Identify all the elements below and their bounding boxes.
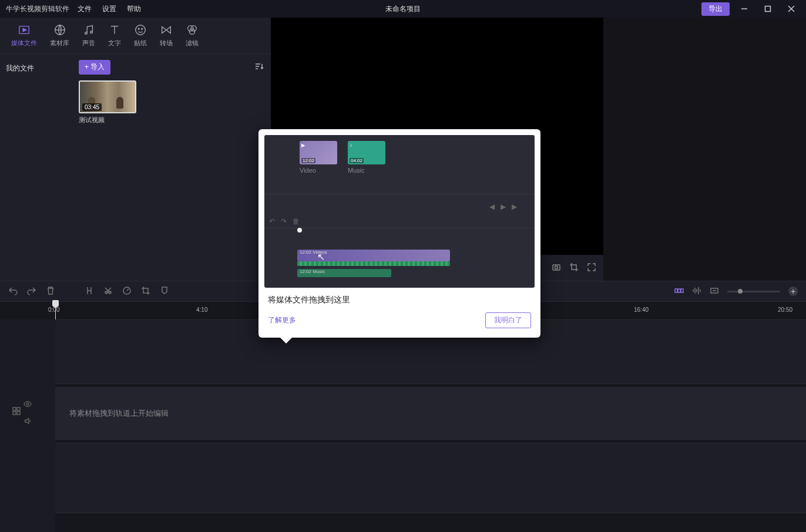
svg-rect-26 bbox=[675, 289, 677, 292]
crop-clip-button[interactable] bbox=[103, 286, 113, 297]
tab-text-label: 文字 bbox=[108, 39, 121, 48]
zoom-handle[interactable] bbox=[738, 289, 743, 294]
waveform-view-button[interactable] bbox=[692, 286, 701, 297]
mute-toggle[interactable] bbox=[23, 417, 32, 427]
crop-button[interactable] bbox=[569, 262, 579, 274]
clip-duration: 03:45 bbox=[82, 103, 102, 111]
filter-icon bbox=[186, 23, 199, 36]
demo-video-duration: 12:02 bbox=[301, 158, 315, 163]
svg-point-13 bbox=[138, 28, 139, 29]
project-title: 未命名项目 bbox=[385, 4, 421, 14]
tab-sticker-label: 贴纸 bbox=[134, 39, 147, 48]
svg-rect-27 bbox=[678, 289, 680, 292]
demo-music-duration: 04:02 bbox=[350, 158, 364, 163]
fullscreen-button[interactable] bbox=[587, 262, 596, 274]
demo-video-label: Video bbox=[300, 167, 337, 174]
globe-icon bbox=[53, 23, 66, 36]
svg-point-16 bbox=[191, 26, 196, 31]
titlebar-left: 牛学长视频剪辑软件 文件 设置 帮助 bbox=[6, 4, 141, 14]
snapshot-button[interactable] bbox=[552, 262, 561, 274]
demo-video-thumb: ▶12:02 Video bbox=[300, 141, 337, 174]
play-icon: ▶ bbox=[301, 143, 305, 148]
split-button[interactable] bbox=[85, 286, 94, 297]
popover-illustration: ▶12:02 Video ♪04:02 Music ◀▶▶ ↶↷🗑 12:02 … bbox=[264, 135, 535, 288]
track-controls bbox=[0, 387, 55, 440]
menu-file[interactable]: 文件 bbox=[78, 4, 92, 14]
menu-settings[interactable]: 设置 bbox=[102, 4, 116, 14]
media-sidebar: 我的文件 bbox=[0, 54, 72, 281]
zoom-in-button[interactable]: + bbox=[788, 287, 798, 296]
onboarding-popover: ▶12:02 Video ♪04:02 Music ◀▶▶ ↶↷🗑 12:02 … bbox=[258, 129, 540, 338]
minimize-button[interactable] bbox=[736, 0, 753, 18]
tab-audio[interactable]: 声音 bbox=[77, 21, 100, 50]
marker-button[interactable] bbox=[160, 286, 169, 297]
redo-button[interactable] bbox=[27, 286, 36, 297]
svg-point-14 bbox=[142, 28, 143, 29]
tab-filter-label: 滤镜 bbox=[186, 39, 199, 48]
media-panel: 媒体文件 素材库 声音 文字 贴纸 转场 bbox=[0, 18, 271, 281]
ruler-tick: 4:10 bbox=[196, 307, 207, 313]
thumbnail-view-button[interactable] bbox=[674, 286, 684, 297]
menu-bar: 文件 设置 帮助 bbox=[78, 4, 141, 14]
music-note-icon: ♪ bbox=[350, 143, 352, 148]
tab-media-label: 媒体文件 bbox=[11, 39, 37, 48]
undo-button[interactable] bbox=[8, 286, 18, 297]
tab-transition-label: 转场 bbox=[160, 39, 173, 48]
delete-button[interactable] bbox=[46, 286, 55, 297]
demo-music-label: Music bbox=[348, 167, 385, 174]
track-drop-hint: 将素材拖拽到轨道上开始编辑 bbox=[69, 408, 169, 419]
cursor-icon: ↖ bbox=[317, 251, 325, 262]
visibility-toggle[interactable] bbox=[23, 400, 32, 410]
media-icon bbox=[18, 23, 31, 36]
got-it-button[interactable]: 我明白了 bbox=[485, 312, 531, 328]
svg-point-17 bbox=[189, 29, 194, 34]
media-clip[interactable]: 03:45 测试视频 bbox=[79, 80, 136, 124]
tab-transition[interactable]: 转场 bbox=[155, 21, 178, 50]
fit-button[interactable] bbox=[710, 286, 719, 297]
titlebar-right: 导出 bbox=[701, 0, 800, 18]
svg-point-22 bbox=[555, 266, 558, 269]
tab-media[interactable]: 媒体文件 bbox=[6, 21, 42, 50]
clip-thumbnail: 03:45 bbox=[79, 80, 136, 113]
sticker-icon bbox=[134, 23, 147, 36]
title-bar: 牛学长视频剪辑软件 文件 设置 帮助 未命名项目 导出 bbox=[0, 0, 806, 18]
tab-library[interactable]: 素材库 bbox=[45, 21, 75, 50]
timeline-tracks: 将素材拖拽到轨道上开始编辑 bbox=[0, 319, 806, 532]
learn-more-link[interactable]: 了解更多 bbox=[268, 315, 296, 325]
import-button[interactable]: + 导入 bbox=[79, 60, 110, 75]
speed-button[interactable] bbox=[122, 286, 132, 297]
svg-point-12 bbox=[136, 25, 146, 35]
tab-sticker[interactable]: 贴纸 bbox=[129, 21, 152, 50]
crop-tool-button[interactable] bbox=[141, 286, 150, 297]
track-empty-bottom[interactable] bbox=[55, 443, 806, 513]
zoom-slider[interactable] bbox=[727, 291, 780, 292]
ruler-tick: 0:00 bbox=[48, 307, 59, 313]
tab-audio-label: 声音 bbox=[82, 39, 95, 48]
maximize-button[interactable] bbox=[759, 0, 777, 18]
tab-filter[interactable]: 滤镜 bbox=[180, 21, 204, 50]
sidebar-my-files[interactable]: 我的文件 bbox=[6, 60, 66, 77]
menu-help[interactable]: 帮助 bbox=[127, 4, 141, 14]
popover-title: 将媒体文件拖拽到这里 bbox=[268, 295, 531, 305]
svg-point-8 bbox=[85, 32, 88, 35]
svg-point-9 bbox=[90, 31, 93, 33]
tab-text[interactable]: 文字 bbox=[103, 21, 126, 50]
svg-rect-1 bbox=[765, 6, 771, 12]
svg-point-39 bbox=[26, 403, 29, 405]
tab-library-label: 素材库 bbox=[50, 39, 69, 48]
track-main[interactable]: 将素材拖拽到轨道上开始编辑 bbox=[55, 387, 806, 440]
sort-button[interactable] bbox=[254, 62, 264, 73]
music-icon bbox=[82, 23, 95, 36]
thumb-figure bbox=[116, 97, 123, 109]
svg-marker-5 bbox=[23, 28, 26, 32]
close-button[interactable] bbox=[783, 0, 800, 18]
ruler-tick: 16:40 bbox=[634, 307, 649, 313]
app-name: 牛学长视频剪辑软件 bbox=[6, 4, 69, 14]
tool-tabs: 媒体文件 素材库 声音 文字 贴纸 转场 bbox=[0, 18, 271, 54]
media-list: + 导入 03:45 测试视频 bbox=[72, 54, 271, 281]
export-button[interactable]: 导出 bbox=[701, 2, 730, 16]
demo-play-controls: ◀▶▶ bbox=[489, 203, 517, 211]
timeline-tools-right: + bbox=[674, 286, 798, 297]
svg-rect-28 bbox=[681, 289, 683, 292]
transition-icon bbox=[160, 23, 173, 36]
